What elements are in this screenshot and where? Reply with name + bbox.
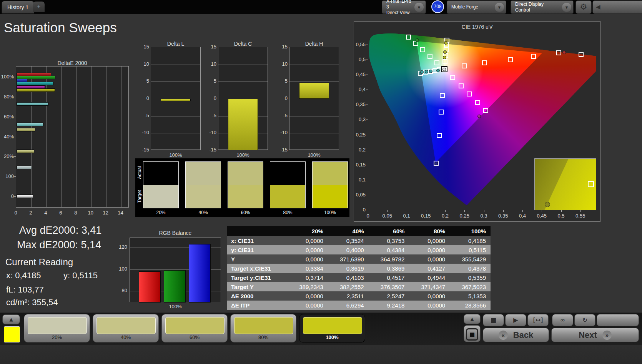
table-row-label: ΔE ITP (227, 301, 287, 310)
x-tick-label: 10 (86, 210, 95, 216)
tick (426, 210, 426, 212)
tick (542, 210, 542, 212)
patch-actual-100% (312, 161, 348, 185)
table-col-header: 80% (409, 226, 450, 236)
cie-measured-point (562, 51, 566, 54)
table-cell: 0,0000 (409, 236, 450, 245)
tick (366, 165, 368, 165)
table-row: ΔE 20000,00002,35112,52470,00005,1353 (227, 291, 491, 301)
x-axis-label: 100% (218, 152, 268, 158)
collapse-panel-button[interactable]: ◀ (592, 0, 642, 14)
sweep-button-40%[interactable]: 40% (93, 314, 159, 342)
table-cell: 371,4347 (409, 282, 450, 291)
sweep-button-label: 40% (93, 334, 158, 340)
sweep-button-80%[interactable]: 80% (230, 314, 296, 342)
delta_l-bar (161, 99, 191, 101)
sweep-button-label: 100% (299, 334, 365, 340)
step-button[interactable]: [↔] (527, 314, 549, 326)
cie-target-point (556, 50, 561, 55)
table-cell: 389,2343 (287, 282, 328, 291)
source-dropdown[interactable]: Mobile Forge ▼ (447, 0, 506, 14)
sweep-swatch-100% (303, 317, 362, 334)
table-corner (227, 226, 287, 236)
patch-level-label: 100% (312, 210, 348, 215)
cie-y-tick: 0,5 (354, 57, 366, 62)
table-cell: 0,3753 (369, 236, 409, 245)
gridline (289, 65, 339, 65)
table-row-label: x: CIE31 (227, 236, 287, 245)
control-dropdown[interactable]: Direct Display Control ▼ (511, 0, 574, 14)
table-cell: 28,3566 (450, 301, 491, 310)
page-title: Saturation Sweeps (4, 20, 117, 35)
delta_h-title: Delta H (289, 41, 339, 47)
scroll-up-button-right[interactable]: ▲ (464, 314, 481, 324)
patch-level-label: 40% (185, 210, 221, 215)
sweep-swatch-60% (165, 317, 225, 334)
stop-button[interactable]: ■ (483, 314, 504, 326)
y-tick-label: 40% (0, 134, 14, 140)
tab-history-1[interactable]: History 1 (2, 1, 34, 13)
meter-dropdown[interactable]: X-Rite i1Pro 3Direct View ▼ (382, 0, 426, 14)
back-button[interactable]: « Back (483, 328, 549, 342)
settings-button[interactable]: ⚙ (575, 0, 592, 14)
stop-pattern-button[interactable]: ■ (464, 325, 481, 342)
table-row: ΔE ITP0,00006,62949,24180,000028,3566 (227, 301, 491, 310)
table-cell: 0,3524 (328, 236, 369, 245)
target-row-label: Target (137, 187, 142, 206)
table-row: Target y:CIE310,37140,41030,45170,49440,… (227, 273, 491, 282)
table-cell: 0,4384 (369, 245, 409, 254)
y-tick-label: 20% (0, 153, 14, 159)
y-tick-label: 15 (205, 44, 216, 50)
table-cell: 382,2552 (328, 282, 369, 291)
y-tick-label: 100 (0, 173, 14, 179)
current-reading-title: Current Reading (5, 257, 73, 268)
rgb-y-tick: 120 (116, 244, 127, 250)
table-cell: 2,3511 (328, 291, 369, 301)
patch-target-80% (270, 185, 306, 208)
cie-y-tick: 0,45 (354, 71, 366, 77)
y-tick-label: 0 (138, 95, 149, 101)
y-tick-label: -15 (205, 147, 216, 153)
tick (464, 210, 465, 212)
sweep-button-100%[interactable]: 100% (299, 314, 365, 342)
table-col-header: 20% (287, 226, 328, 236)
cie-measured-point (442, 68, 446, 71)
play-button[interactable]: ▶ (505, 314, 526, 326)
patch-level-label: 80% (270, 210, 306, 215)
refresh-button[interactable]: ↻ (574, 314, 595, 326)
up-arrow-icon: ▲ (470, 316, 474, 322)
cie-target-point (437, 133, 442, 138)
scroll-up-button[interactable]: ▲ (2, 314, 20, 324)
patch-actual-20% (143, 161, 179, 185)
y-tick-label: -10 (205, 130, 216, 135)
sweep-button-20%[interactable]: 20% (24, 314, 90, 342)
table-cell: 0,4185 (450, 236, 491, 245)
cie-y-tick: 0,1 (354, 177, 366, 183)
next-button[interactable]: Next » (551, 328, 639, 342)
cie-x-tick: 0,4 (516, 213, 529, 219)
cie-target-point (475, 100, 480, 105)
blank-button[interactable] (597, 314, 639, 326)
table-cell: 367,5023 (450, 282, 491, 291)
cie-x-tick: 0,25 (457, 213, 471, 219)
table-cell: 0,4378 (450, 264, 491, 273)
x-tick-label: 0 (11, 210, 20, 216)
x-axis-label: 100% (289, 152, 339, 158)
delta_l-title: Delta L (151, 41, 201, 47)
patch-target-100% (312, 185, 348, 208)
table-cell: 0,3384 (287, 264, 328, 273)
y-tick-label: 5 (276, 78, 288, 84)
sweep-button-60%[interactable]: 60% (161, 314, 228, 342)
patch-actual-80% (270, 161, 306, 185)
cie-y-tick: 0,4 (354, 86, 366, 92)
cie-target-point (406, 35, 411, 40)
loop-button[interactable]: ∞ (552, 314, 573, 326)
rgb-balance-chart (130, 238, 221, 302)
tick (366, 195, 368, 195)
patch-level-label: 60% (228, 210, 263, 215)
y-tick-label: -15 (138, 147, 149, 153)
add-tab-button[interactable]: + (33, 2, 45, 12)
rgb-y-tick: 80 (116, 288, 127, 293)
cie-x-tick: 0 (361, 213, 375, 219)
cie-target-point (420, 47, 425, 52)
